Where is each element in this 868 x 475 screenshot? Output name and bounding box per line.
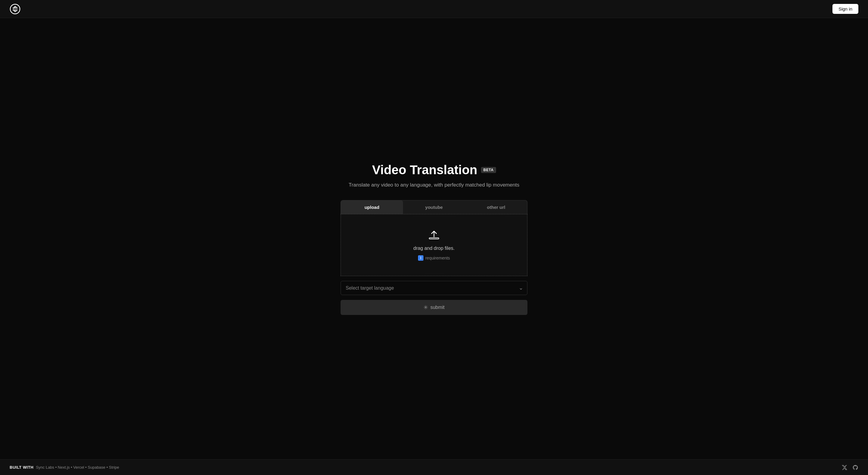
footer-right: [841, 465, 858, 471]
footer-tech-stack: Sync Labs • Next.js • Vercel • Supabase …: [36, 465, 119, 470]
footer-left: BUILT WITH Sync Labs • Next.js • Vercel …: [10, 465, 119, 470]
submit-asterisk-icon: ✳: [424, 304, 428, 311]
main-content: Video Translation BETA Translate any vid…: [0, 18, 868, 459]
tab-upload[interactable]: upload: [341, 200, 403, 214]
tab-bar: upload youtube other url: [341, 200, 527, 214]
subtitle: Translate any video to any language, wit…: [349, 182, 519, 188]
page-title: Video Translation: [372, 163, 477, 177]
main-card: upload youtube other url drag and drop f…: [341, 200, 527, 315]
built-with-label: BUILT WITH: [10, 465, 33, 470]
language-select[interactable]: Select target language English Spanish F…: [341, 281, 527, 295]
beta-badge: BETA: [481, 167, 496, 173]
github-icon[interactable]: [852, 465, 858, 471]
drop-text: drag and drop files.: [413, 246, 455, 251]
header: Sign in: [0, 0, 868, 18]
tab-other-url[interactable]: other url: [465, 200, 527, 214]
info-icon: i: [418, 255, 424, 261]
submit-button[interactable]: ✳ submit: [341, 300, 527, 315]
logo: [10, 4, 21, 14]
language-select-wrapper: Select target language English Spanish F…: [341, 281, 527, 295]
upload-icon: [428, 229, 440, 242]
title-area: Video Translation BETA Translate any vid…: [349, 163, 519, 188]
sign-in-button[interactable]: Sign in: [832, 4, 858, 14]
tab-youtube[interactable]: youtube: [403, 200, 465, 214]
dropzone[interactable]: drag and drop files. i requirements: [341, 214, 527, 276]
svg-rect-2: [429, 238, 439, 239]
footer: BUILT WITH Sync Labs • Next.js • Vercel …: [0, 459, 868, 475]
twitter-x-icon[interactable]: [841, 465, 847, 471]
requirements-row: i requirements: [418, 255, 450, 261]
title-row: Video Translation BETA: [349, 163, 519, 177]
requirements-label: requirements: [425, 256, 450, 260]
submit-label: submit: [430, 305, 444, 310]
